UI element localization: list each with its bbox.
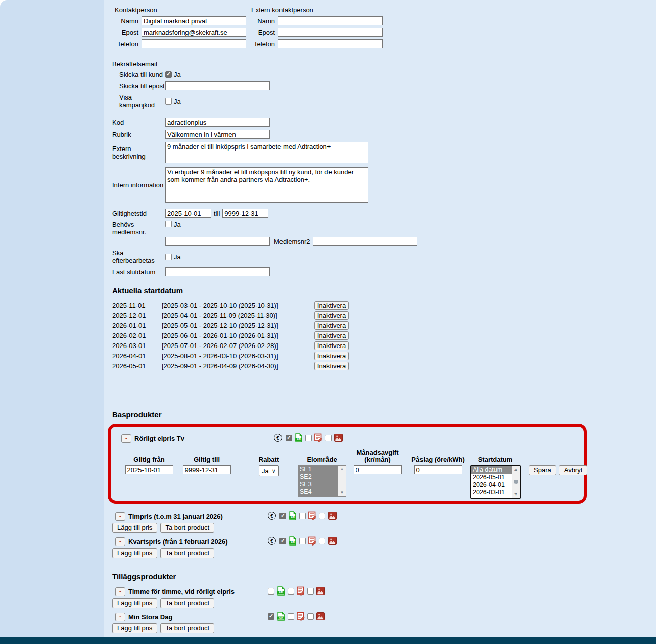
startdate-option[interactable]: Alla datum	[471, 466, 512, 474]
post-process-checkbox[interactable]	[165, 254, 172, 260]
member-no2-input[interactable]	[313, 237, 417, 246]
listbox-scrollbar[interactable]: ▲▼	[338, 466, 346, 496]
product-flag3-checkbox[interactable]	[307, 613, 314, 620]
external-email-input[interactable]	[278, 28, 383, 37]
internal-information-textarea[interactable]: Vi erbjuder 9 månader el till inköpspris…	[165, 167, 368, 203]
area-option[interactable]: SE4	[298, 488, 338, 496]
member-no-input[interactable]	[165, 237, 270, 246]
inactivate-button[interactable]: Inaktivera	[314, 301, 349, 310]
startdatum-table: 2025-11-01[2025-03-01 - 2025-10-10 (2025…	[112, 300, 656, 371]
fixed-end-date-input[interactable]	[165, 267, 270, 276]
product-flag1-checkbox[interactable]	[268, 613, 274, 620]
show-campaign-code-checkbox[interactable]	[165, 98, 172, 105]
monthly-fee-input[interactable]	[354, 465, 402, 474]
startdate-header: Startdatum	[469, 448, 522, 463]
product-editor-highlight: - Rörligt elpris Tv € Giltig från Giltig…	[108, 424, 587, 504]
area-option[interactable]: SE2	[298, 473, 338, 481]
validity-from-input[interactable]	[165, 209, 211, 218]
remove-product-button[interactable]: Ta bort product	[160, 548, 214, 558]
contact-email-input[interactable]	[142, 28, 246, 37]
code-input[interactable]	[165, 118, 270, 127]
product-flag3-checkbox[interactable]	[307, 588, 314, 595]
product-flag1-checkbox[interactable]	[268, 588, 274, 595]
product-row-kvartspris: - Kvartspris (från 1 februari 2026) €	[115, 536, 656, 547]
add-price-button[interactable]: Lägg till pris	[112, 598, 157, 608]
collapse-button[interactable]: -	[115, 512, 125, 521]
start-date: 2026-04-01	[112, 352, 162, 360]
member-no-label: Behövs medlemsnr.	[112, 221, 165, 236]
area-multiselect[interactable]: SE1 SE2 SE3 SE4 ▲▼	[298, 465, 346, 497]
external-name-input[interactable]	[278, 16, 383, 25]
confirmation-section: Bekräftelsemail Skicka till kund Ja Skic…	[112, 60, 656, 109]
valid-to-input[interactable]	[183, 465, 231, 474]
product-flag2-checkbox[interactable]	[299, 538, 306, 544]
startdatum-title: Aktuella startdatum	[112, 286, 656, 295]
startdatum-row: 2026-01-01[2025-05-01 - 2025-12-10 (2025…	[112, 320, 656, 330]
contact-name-input[interactable]	[142, 16, 246, 25]
external-description-textarea[interactable]: 9 månader el till inköpspris i samarbete…	[165, 142, 368, 163]
external-phone-input[interactable]	[278, 39, 383, 48]
main-content: Kontaktperson Namn Epost Telefon Extern …	[104, 0, 656, 644]
product-row-timme-for-timme: - Timme för timme, vid rörligt elpris	[115, 586, 656, 597]
image-icon	[334, 434, 343, 442]
markup-header: Påslag (öre/kWh)	[408, 448, 468, 463]
inactivate-button[interactable]: Inaktivera	[314, 362, 349, 370]
startdatum-row: 2026-05-01[2025-09-01 - 2026-04-09 (2026…	[112, 361, 656, 371]
listbox-scrollbar[interactable]: ▲▼	[512, 466, 520, 498]
campaign-section: Kod Rubrik Extern beskrivning 9 månader …	[112, 118, 656, 276]
inactivate-button[interactable]: Inaktivera	[314, 341, 349, 350]
add-price-button[interactable]: Lägg till pris	[112, 548, 157, 558]
inactivate-button[interactable]: Inaktivera	[314, 311, 349, 320]
product-flag1-checkbox[interactable]	[286, 435, 292, 441]
heading-input[interactable]	[165, 130, 270, 139]
area-option[interactable]: SE3	[298, 481, 338, 488]
collapse-button[interactable]: -	[121, 434, 131, 443]
product-flag2-checkbox[interactable]	[305, 435, 312, 441]
startdate-option[interactable]: 2026-04-01	[471, 481, 512, 489]
startdate-multiselect[interactable]: Alla datum 2026-05-01 2026-04-01 2026-03…	[470, 465, 521, 499]
product-flag1-checkbox[interactable]	[279, 538, 286, 544]
collapse-button[interactable]: -	[115, 613, 125, 621]
inactivate-button[interactable]: Inaktivera	[314, 352, 349, 360]
start-date: 2025-12-01	[112, 312, 162, 319]
product-flag2-checkbox[interactable]	[288, 588, 294, 595]
add-price-button[interactable]: Lägg till pris	[112, 623, 157, 633]
discount-select[interactable]: Ja∨	[259, 465, 279, 476]
remove-product-button[interactable]: Ta bort product	[160, 523, 214, 533]
product-flag2-checkbox[interactable]	[299, 513, 306, 519]
contact-internal: Kontaktperson Namn Epost Telefon	[112, 6, 249, 51]
edit-note-icon	[297, 586, 305, 596]
api-file-icon	[277, 586, 285, 596]
product-flag3-checkbox[interactable]	[325, 435, 332, 441]
markup-input[interactable]	[414, 465, 462, 474]
startdate-option[interactable]: 2026-03-01	[471, 489, 512, 497]
remove-product-button[interactable]: Ta bort product	[160, 598, 214, 608]
member-no-checkbox[interactable]	[165, 221, 172, 227]
collapse-button[interactable]: -	[115, 587, 125, 596]
cancel-price-button[interactable]: Avbryt	[559, 465, 588, 475]
product-flag2-checkbox[interactable]	[288, 613, 294, 620]
scroll-up-icon: ▲	[514, 467, 518, 472]
product-flag3-checkbox[interactable]	[319, 513, 325, 519]
product-name: Rörligt elpris Tv	[134, 435, 184, 442]
product-flag1-checkbox[interactable]	[279, 513, 286, 519]
area-option[interactable]: SE1	[298, 466, 338, 473]
product-flag3-checkbox[interactable]	[319, 538, 325, 544]
area-header: Elområde	[294, 448, 350, 463]
startdate-option[interactable]: 2026-05-01	[471, 474, 512, 481]
valid-from-input[interactable]	[125, 465, 173, 474]
save-price-button[interactable]: Spara	[529, 465, 556, 475]
collapse-button[interactable]: -	[115, 537, 125, 546]
validity-to-input[interactable]	[222, 209, 268, 218]
inactivate-button[interactable]: Inaktivera	[314, 331, 349, 340]
add-price-button[interactable]: Lägg till pris	[112, 523, 157, 533]
send-to-email-input[interactable]	[165, 81, 270, 90]
remove-product-button[interactable]: Ta bort product	[160, 623, 214, 633]
inactivate-button[interactable]: Inaktivera	[314, 321, 349, 330]
email-label: Epost	[112, 29, 142, 36]
send-to-customer-checkbox[interactable]	[165, 71, 172, 78]
contact-phone-input[interactable]	[142, 39, 246, 48]
euro-icon: €	[274, 434, 282, 442]
start-date: 2026-01-01	[112, 322, 162, 329]
startdatum-row: 2026-03-01[2025-07-01 - 2026-02-07 (2026…	[112, 340, 656, 351]
